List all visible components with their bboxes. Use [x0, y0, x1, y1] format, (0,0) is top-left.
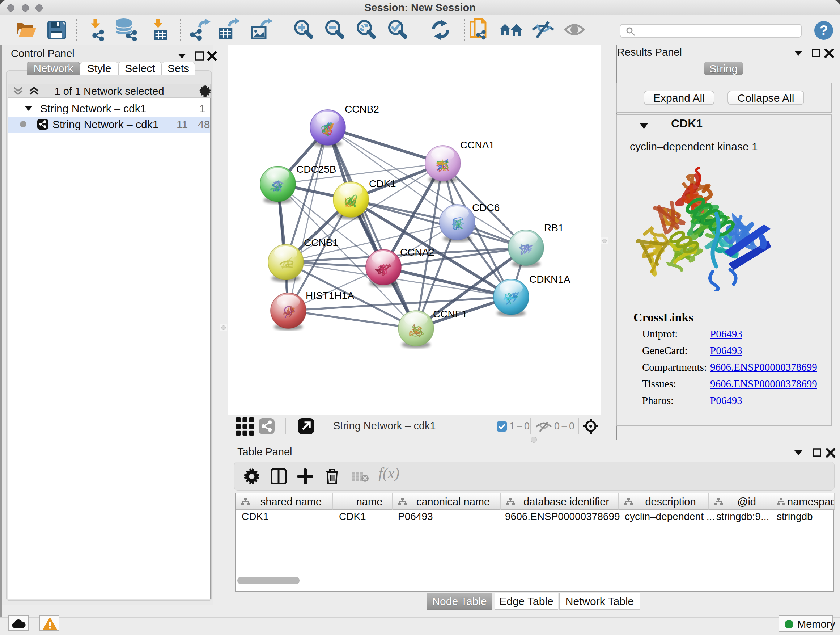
svg-text:CCNA2: CCNA2: [400, 247, 434, 258]
svg-text:CDKN1A: CDKN1A: [529, 274, 570, 285]
svg-text:CDC6: CDC6: [472, 202, 500, 213]
svg-text:CDC25B: CDC25B: [296, 164, 336, 175]
svg-text:HIST1H1A: HIST1H1A: [306, 290, 354, 301]
svg-text:CCNE1: CCNE1: [433, 309, 467, 320]
svg-text:CCNB2: CCNB2: [345, 103, 379, 115]
svg-text:?: ?: [819, 23, 828, 38]
svg-text:RB1: RB1: [544, 222, 564, 233]
svg-text:CDK1: CDK1: [369, 178, 396, 189]
svg-text:CCNA1: CCNA1: [460, 139, 494, 150]
svg-text:CCNB1: CCNB1: [304, 237, 338, 249]
